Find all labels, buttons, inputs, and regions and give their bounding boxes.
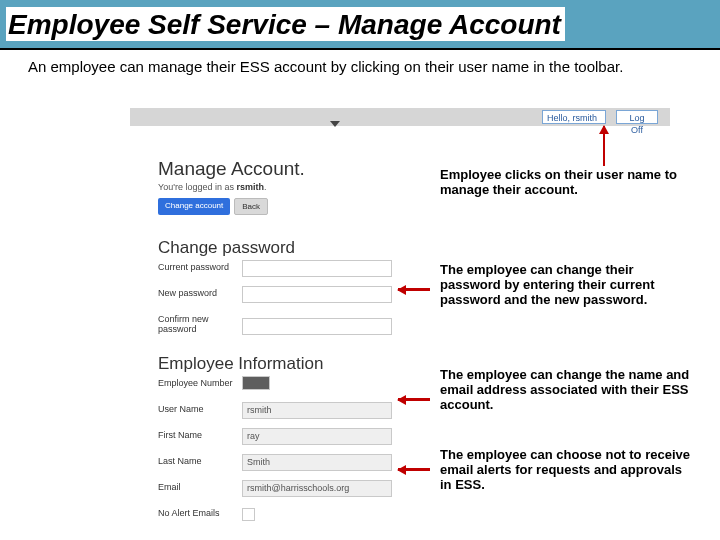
label-new-password: New password [158,288,236,298]
arrow-to-noalert-icon [398,468,430,471]
input-first-name[interactable]: ray [242,428,392,445]
back-button[interactable]: Back [234,198,268,215]
dropdown-caret-icon [330,121,340,127]
manage-account-heading: Manage Account. [158,158,305,180]
label-first-name: First Name [158,430,236,440]
page-title: Employee Self Service – Manage Account [6,7,565,41]
input-new-password[interactable] [242,286,392,303]
arrow-to-name-email-icon [398,398,430,401]
annotation-username: Employee clicks on their user name to ma… [440,168,690,198]
checkbox-no-alert-emails[interactable] [242,508,255,521]
hello-user-link[interactable]: Hello, rsmith [542,110,606,124]
label-email: Email [158,482,236,492]
label-last-name: Last Name [158,456,236,466]
logged-in-as-text: You're logged in as rsmith. [158,182,266,192]
annotation-noalert: The employee can choose not to receive e… [440,448,690,493]
employee-info-heading: Employee Information [158,354,323,374]
input-email[interactable]: rsmith@harrisschools.org [242,480,392,497]
label-confirm-password: Confirm new password [158,314,236,334]
input-last-name[interactable]: Smith [242,454,392,471]
input-current-password[interactable] [242,260,392,277]
app-topbar: Hello, rsmith Log Off [130,108,670,126]
logged-in-prefix: You're logged in as [158,182,236,192]
label-user-name: User Name [158,404,236,414]
screenshot-stage: Hello, rsmith Log Off Manage Account. Yo… [130,108,670,538]
input-confirm-password[interactable] [242,318,392,335]
intro-text: An employee can manage their ESS account… [0,50,720,81]
account-button-row: Change account Back [158,198,268,215]
input-user-name[interactable]: rsmith [242,402,392,419]
title-band: Employee Self Service – Manage Account [0,0,720,50]
change-account-button[interactable]: Change account [158,198,230,215]
change-password-heading: Change password [158,238,295,258]
logoff-link[interactable]: Log Off [616,110,658,124]
label-employee-number: Employee Number [158,378,236,388]
logged-in-user: rsmith [236,182,264,192]
label-current-password: Current password [158,262,236,272]
input-employee-number [242,376,270,390]
annotation-password: The employee can change their password b… [440,263,690,308]
arrow-to-password-icon [398,288,430,291]
arrow-to-username-icon [603,126,605,166]
label-no-alert-emails: No Alert Emails [158,508,236,518]
annotation-name-email: The employee can change the name and ema… [440,368,690,413]
